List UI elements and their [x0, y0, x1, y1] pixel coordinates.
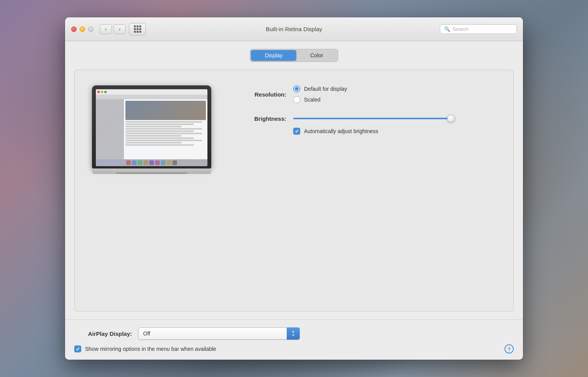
system-preferences-window: ‹ › Built-in Retina Display 🔍 Display Co	[65, 17, 523, 360]
resolution-scaled-label: Scaled	[304, 97, 321, 103]
auto-brightness-row: ✓ Automatically adjust brightness	[293, 128, 498, 135]
screen-text-line	[125, 142, 182, 143]
laptop-screen	[96, 89, 207, 166]
nav-buttons: ‹ ›	[100, 24, 126, 34]
airplay-label: AirPlay Display:	[74, 330, 132, 337]
resolution-row: Resolution: Default for display Scaled	[236, 85, 498, 103]
laptop-illustration	[90, 85, 213, 174]
screen-content	[96, 89, 207, 166]
titlebar: ‹ › Built-in Retina Display 🔍	[65, 17, 523, 41]
tabs: Display Color	[250, 49, 338, 62]
resolution-radio-group: Default for display Scaled	[293, 85, 347, 103]
resolution-scaled-radio[interactable]	[293, 96, 300, 103]
laptop-wrapper	[92, 85, 211, 174]
bottom-section: AirPlay Display: Off On ▲ ▼ ✓ Show mirro…	[65, 319, 523, 360]
mirroring-row: ✓ Show mirroring options in the menu bar…	[74, 344, 514, 354]
resolution-default-label: Default for display	[304, 86, 347, 92]
resolution-scaled-option[interactable]: Scaled	[293, 96, 347, 103]
traffic-lights	[71, 27, 94, 32]
checkmark-icon: ✓	[295, 129, 299, 134]
tab-display[interactable]: Display	[251, 50, 296, 61]
screen-main-area	[124, 99, 208, 159]
mirroring-checkmark-icon: ✓	[76, 347, 80, 352]
tab-color[interactable]: Color	[296, 50, 337, 61]
screen-sidebar	[96, 99, 124, 159]
airplay-row: AirPlay Display: Off On ▲ ▼	[74, 327, 514, 340]
search-input[interactable]	[453, 26, 513, 32]
screen-text-line	[125, 137, 194, 139]
back-icon: ‹	[105, 26, 107, 32]
brightness-slider-container	[293, 115, 455, 122]
screen-image-thumb	[125, 101, 206, 120]
brightness-row: Brightness:	[236, 115, 498, 122]
forward-button[interactable]: ›	[114, 24, 126, 34]
airplay-select[interactable]: Off On	[138, 327, 300, 340]
search-icon: 🔍	[444, 26, 450, 32]
grid-icon	[134, 25, 141, 33]
screen-text-line	[125, 123, 194, 125]
airplay-select-container: Off On ▲ ▼	[138, 327, 300, 340]
screen-text-line	[125, 130, 194, 132]
resolution-group: Resolution: Default for display Scaled	[236, 85, 498, 103]
screen-text-line	[125, 135, 182, 137]
back-button[interactable]: ‹	[100, 24, 112, 34]
screen-text-line	[125, 128, 202, 130]
resolution-label: Resolution:	[236, 91, 286, 98]
laptop-base	[92, 168, 211, 174]
screen-text-line	[125, 140, 202, 141]
minimize-button[interactable]	[80, 27, 85, 32]
main-content: Display Color	[65, 41, 523, 319]
screen-toolbar	[96, 95, 207, 99]
mirroring-checkbox[interactable]: ✓	[74, 345, 81, 352]
screen-menubar	[96, 89, 207, 95]
fullscreen-button[interactable]	[88, 27, 94, 32]
screen-body	[96, 99, 207, 159]
screen-text-line	[125, 133, 202, 134]
screen-text-line	[125, 126, 182, 127]
screen-dock	[96, 159, 207, 166]
grid-button[interactable]	[129, 23, 146, 35]
screen-text-line	[125, 121, 202, 123]
forward-icon: ›	[119, 26, 120, 32]
brightness-group: Brightness: ✓ Automatically adjust bri	[236, 115, 498, 135]
main-panel: Resolution: Default for display Scaled	[74, 70, 514, 312]
resolution-default-radio[interactable]	[293, 85, 300, 92]
mirroring-label: Show mirroring options in the menu bar w…	[85, 346, 216, 352]
brightness-label: Brightness:	[236, 115, 286, 122]
options-panel: Resolution: Default for display Scaled	[236, 82, 498, 146]
laptop-screen-outer	[92, 85, 211, 168]
auto-brightness-checkbox[interactable]: ✓	[293, 128, 300, 135]
search-box[interactable]: 🔍	[440, 24, 517, 34]
screen-text-line	[125, 144, 194, 146]
tabs-container: Display Color	[74, 49, 514, 62]
auto-brightness-label: Automatically adjust brightness	[304, 128, 378, 134]
close-button[interactable]	[71, 27, 77, 32]
window-title: Built-in Retina Display	[266, 26, 322, 32]
resolution-default-option[interactable]: Default for display	[293, 85, 347, 92]
help-button[interactable]: ?	[504, 344, 514, 354]
